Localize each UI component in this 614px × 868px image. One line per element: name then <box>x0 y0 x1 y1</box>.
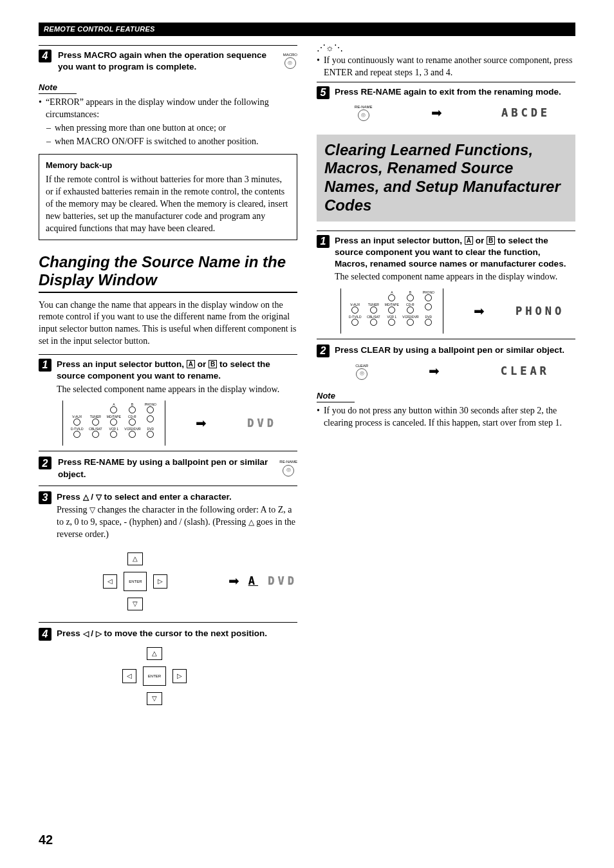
clear-step-2: 2 Press CLEAR by using a ballpoint pen o… <box>317 344 575 357</box>
section-title-rename: Changing the Source Name in the Display … <box>39 253 297 292</box>
step-number: 2 <box>39 457 51 469</box>
step-title: Press CLEAR by using a ballpoint pen or … <box>335 344 575 356</box>
step-title: Press MACRO again when the operation seq… <box>58 50 277 73</box>
figure-input-selector-dvd: A B PHONO V-AUX TUNER MD/TAPE CD-R D-TV/… <box>51 401 297 446</box>
figure-rename-exit: RE-NAME ◎ ➡ ABCDE <box>330 104 575 122</box>
step-title: Press △ / ▽ to select and enter a charac… <box>57 491 297 503</box>
arrow-right-icon: ➡ <box>228 572 239 590</box>
arrow-right-icon: ➡ <box>431 104 442 122</box>
clear-button-icon: CLEAR ◎ <box>355 363 368 380</box>
page-number: 42 <box>39 831 53 849</box>
macro-button-icon: MACRO ◎ <box>283 52 297 69</box>
figure-input-selector-phono: A B PHONO V-AUX TUNER MD/TAPE CD-R D-TV/… <box>330 288 575 334</box>
arrow-right-icon: ➡ <box>474 303 485 320</box>
step-title: Press RE-NAME again to exit from the ren… <box>335 86 575 98</box>
step-number: 5 <box>317 86 330 99</box>
step-number: 2 <box>317 344 330 357</box>
step-title: Press an input selector button, A or B t… <box>335 235 575 270</box>
step-number: 4 <box>39 628 51 641</box>
two-column-layout: 4 Press MACRO again when the operation s… <box>39 42 575 712</box>
memory-title: Memory back-up <box>46 160 290 171</box>
remote-button-grid-icon: A B PHONO V-AUX TUNER MD/TAPE CD-R D-TV/… <box>340 288 443 334</box>
note-label: Note <box>317 390 355 402</box>
step-number: 1 <box>317 235 330 248</box>
rename-step-3: 3 Press △ / ▽ to select and enter a char… <box>39 491 297 541</box>
step-body: The selected component name appears in t… <box>335 271 575 283</box>
step-4-macro: 4 Press MACRO again when the operation s… <box>39 50 297 73</box>
clear-step-1: 1 Press an input selector button, A or B… <box>317 235 575 284</box>
display-readout: PHONO <box>516 304 564 319</box>
rename-button-icon: RE-NAME ◎ <box>355 104 373 121</box>
dpad-icon: △ ◁ ENTER ▷ ▽ <box>97 552 174 610</box>
step-title: Press ◁ / ▷ to move the cursor to the ne… <box>57 628 297 639</box>
step-number: 4 <box>39 50 51 62</box>
rename-step-5: 5 Press RE-NAME again to exit from the r… <box>317 86 575 99</box>
rename-intro: You can change the name that appears in … <box>39 299 297 348</box>
note-bullet: If you do not press any button within 30… <box>317 405 575 429</box>
step-title: Press RE-NAME by using a ballpoint pen o… <box>58 457 273 480</box>
rename-step-2: 2 Press RE-NAME by using a ballpoint pen… <box>39 457 297 480</box>
arrow-right-icon: ➡ <box>196 415 207 432</box>
step-number: 3 <box>39 491 51 504</box>
step-body: Pressing ▽ changes the character in the … <box>57 504 297 541</box>
rename-step-1: 1 Press an input selector button, A or B… <box>39 359 297 395</box>
remote-button-grid-icon: A B PHONO V-AUX TUNER MD/TAPE CD-R D-TV/… <box>62 401 165 446</box>
memory-body: If the remote control is without batteri… <box>46 174 290 234</box>
hint-icon: ⋰☼⋱ <box>317 42 575 55</box>
step-body: The selected component name appears in t… <box>57 384 297 396</box>
note-dash-2: when MACRO ON/OFF is switched to another… <box>46 136 297 148</box>
section-header: REMOTE CONTROL FEATURES <box>39 23 575 36</box>
display-readout: ABCDE <box>501 106 550 120</box>
rename-step-4: 4 Press ◁ / ▷ to move the cursor to the … <box>39 628 297 641</box>
note-label: Note <box>39 82 77 94</box>
note-dash-1: when pressing more than one button at on… <box>46 122 297 135</box>
step-number: 1 <box>39 359 51 372</box>
dpad-icon: △ ◁ ENTER ▷ ▽ <box>116 647 193 705</box>
step-title: Press an input selector button, A or B t… <box>57 359 297 382</box>
right-column: ⋰☼⋱ If you continuously want to rename a… <box>317 42 575 712</box>
display-readout: CLEAR <box>501 364 550 379</box>
left-column: 4 Press MACRO again when the operation s… <box>39 42 297 712</box>
rename-button-icon: RE-NAME ◎ <box>279 459 297 476</box>
display-readout: A DVD <box>248 574 297 589</box>
figure-clear: CLEAR ◎ ➡ CLEAR <box>330 363 575 380</box>
section-title-clearing: Clearing Learned Functions, Macros, Rena… <box>317 135 575 222</box>
display-readout: DVD <box>237 416 286 431</box>
memory-backup-box: Memory back-up If the remote control is … <box>39 154 297 240</box>
arrow-right-icon: ➡ <box>429 363 440 380</box>
figure-dpad-step3: △ ◁ ENTER ▷ ▽ ➡ A DVD <box>51 546 297 617</box>
hint-bullet: If you continuously want to rename anoth… <box>317 55 575 79</box>
note-bullet: “ERROR” appears in the display window un… <box>39 97 297 121</box>
